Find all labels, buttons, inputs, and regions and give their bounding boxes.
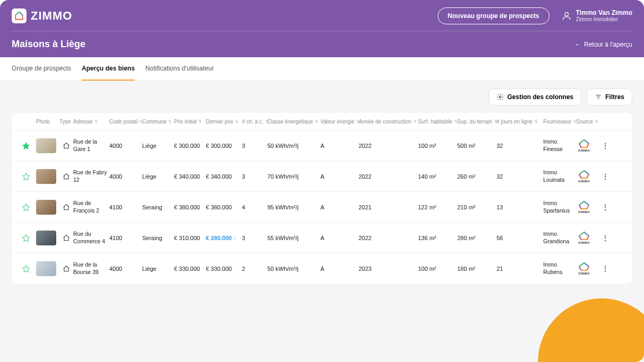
cell-adresse: Rue de Fabry 12 <box>73 169 109 183</box>
house-icon <box>59 234 73 242</box>
sort-icon: ⇅ <box>534 119 538 124</box>
source-logo: zimmo <box>576 261 592 277</box>
star-toggle[interactable] <box>16 172 36 181</box>
sort-icon: ⇅ <box>413 119 417 124</box>
house-icon <box>59 173 73 180</box>
row-more-button[interactable]: ⋮ <box>598 264 612 273</box>
col-adresse[interactable]: Adresse⇅ <box>73 119 109 125</box>
decorative-circle <box>538 298 644 362</box>
columns-label: Gestion des colonnes <box>507 93 573 101</box>
col-type: Type <box>59 119 73 125</box>
col-ch[interactable]: # ch. à c.⇅ <box>242 119 267 125</box>
cell-prix-init: € 380.000 <box>174 204 206 210</box>
table-row[interactable]: Rue du Commerce 44100Seraing€ 310.000€ 2… <box>12 222 632 253</box>
table-row[interactable]: Rue de la Bourse 394000Liège€ 330.000€ 3… <box>12 253 632 284</box>
cell-val-energie: A <box>320 173 359 180</box>
sort-icon: ⇅ <box>139 119 143 124</box>
logo-text: ZIMMO <box>31 9 72 23</box>
sort-icon: ⇅ <box>94 119 98 124</box>
table-row[interactable]: Rue de François 24100Seraing€ 380.000€ 3… <box>12 191 632 222</box>
cell-surf-hab: 136 m² <box>418 235 457 241</box>
cell-dernier-prix: € 300.000 <box>206 143 242 149</box>
col-prix-init[interactable]: Prix initial⇅ <box>174 119 206 125</box>
star-toggle[interactable] <box>16 142 36 150</box>
properties-table: Photo Type Adresse⇅ Code postal⇅ Commune… <box>12 113 632 284</box>
sort-icon: ⇅ <box>168 119 172 124</box>
col-photo: Photo <box>36 119 59 125</box>
cell-fournisseur: Immo Spartanius <box>543 200 576 214</box>
sort-icon: ⇅ <box>315 119 318 124</box>
property-thumbnail[interactable] <box>36 231 56 245</box>
star-toggle[interactable] <box>16 264 36 273</box>
tab-1[interactable]: Aperçu des biens <box>82 57 135 81</box>
col-dernier-prix[interactable]: Dernier prix⇅ <box>206 119 242 125</box>
filters-label: Filtres <box>605 93 624 101</box>
cell-sup-terrain: 280 m² <box>457 235 497 241</box>
property-thumbnail[interactable] <box>36 261 56 276</box>
property-thumbnail[interactable] <box>36 138 56 153</box>
filter-icon <box>595 93 602 101</box>
filters-button[interactable]: Filtres <box>587 89 632 105</box>
col-source[interactable]: Source⇅ <box>576 119 598 125</box>
cell-commune: Liège <box>142 173 174 180</box>
col-fournisseur[interactable]: Fournisseur⇅ <box>543 119 576 125</box>
row-more-button[interactable]: ⋮ <box>598 142 612 150</box>
cell-commune: Seraing <box>142 204 174 210</box>
sort-icon: ⇅ <box>235 119 239 124</box>
cell-adresse: Rue de la Bourse 39 <box>73 261 109 275</box>
new-prospect-group-button[interactable]: Nouveau groupe de prospects <box>438 7 550 24</box>
col-cp[interactable]: Code postal⇅ <box>109 119 142 125</box>
cell-adresse: Rue du Commerce 4 <box>73 231 109 244</box>
table-row[interactable]: Rue de la Gare 14000Liège€ 300.000€ 300.… <box>12 130 632 161</box>
sort-icon: ⇅ <box>494 119 498 124</box>
sort-icon: ⇅ <box>356 119 360 124</box>
cell-commune: Liège <box>142 266 174 272</box>
source-logo: zimmo <box>576 138 592 154</box>
cell-classe: 55 kWh/m²/j <box>267 235 320 241</box>
row-more-button[interactable]: ⋮ <box>598 234 612 242</box>
back-link[interactable]: ← Retour à l'aperçu <box>575 41 632 48</box>
star-toggle[interactable] <box>16 234 36 242</box>
cell-fournisseur: Immo Louinata <box>543 169 576 183</box>
cell-surf-hab: 100 m² <box>418 266 457 272</box>
col-val-energie[interactable]: Valeur énergie⇅ <box>320 119 359 125</box>
cell-cp: 4000 <box>109 173 142 180</box>
house-icon <box>59 142 73 149</box>
cell-ch: 3 <box>242 235 267 241</box>
star-toggle[interactable] <box>16 203 36 211</box>
sort-icon: ⇅ <box>265 119 269 124</box>
col-commune[interactable]: Commune⇅ <box>142 119 174 125</box>
logo[interactable]: ZIMMO <box>12 8 72 23</box>
row-more-button[interactable]: ⋮ <box>598 172 612 181</box>
table-row[interactable]: Rue de Fabry 124000Liège€ 340.000€ 340.0… <box>12 161 632 191</box>
col-sup-terrain[interactable]: Sup. du terrain⇅ <box>457 119 497 125</box>
property-thumbnail[interactable] <box>36 200 56 215</box>
cell-ch: 3 <box>242 143 267 149</box>
col-jours[interactable]: # jours en ligne⇅ <box>497 119 543 125</box>
cell-dernier-prix: € 330.000 <box>206 266 242 272</box>
row-more-button[interactable]: ⋮ <box>598 203 612 211</box>
manage-columns-button[interactable]: Gestion des colonnes <box>489 89 581 105</box>
col-surf-hab[interactable]: Surf. habitable⇅ <box>418 119 457 125</box>
cell-surf-hab: 122 m² <box>418 204 457 210</box>
svg-point-1 <box>500 96 502 98</box>
col-classe[interactable]: Classe énergétique⇅ <box>267 119 320 125</box>
cell-val-energie: A <box>320 204 359 210</box>
cell-surf-hab: 140 m² <box>418 173 457 180</box>
tab-2[interactable]: Notifications d'utilisateur <box>145 57 214 81</box>
cell-cp: 4100 <box>109 235 142 241</box>
tab-0[interactable]: Groupe de prospects <box>12 57 71 81</box>
cell-classe: 70 kWh/m²/j <box>267 173 320 180</box>
cell-annee: 2022 <box>359 143 418 149</box>
sort-icon: ⇅ <box>454 119 458 124</box>
cell-dernier-prix: € 380.000 <box>206 204 242 210</box>
cell-fournisseur: Immo Finesse <box>543 138 576 152</box>
cell-val-energie: A <box>320 235 359 241</box>
cell-val-energie: A <box>320 266 359 272</box>
col-annee[interactable]: Année de construction⇅ <box>359 119 418 125</box>
property-thumbnail[interactable] <box>36 169 56 184</box>
user-menu[interactable]: Timmo Van Zimmo Zimmo Immobilier <box>561 9 632 23</box>
cell-annee: 2022 <box>359 173 418 180</box>
cell-commune: Liège <box>142 143 174 149</box>
cell-classe: 50 kWh/m²/j <box>267 143 320 149</box>
